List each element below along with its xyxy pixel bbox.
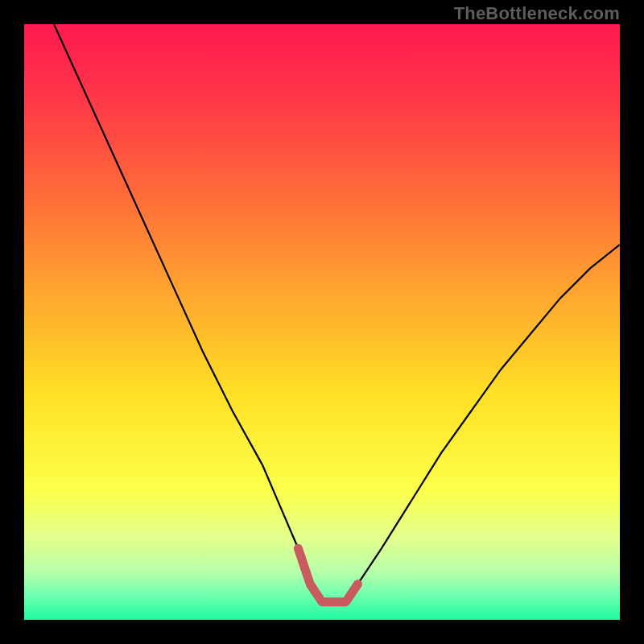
chart-frame: TheBottleneck.com xyxy=(0,0,644,644)
chart-plot-area xyxy=(24,24,620,620)
watermark-label: TheBottleneck.com xyxy=(454,3,620,24)
gradient-background xyxy=(24,24,620,620)
chart-svg xyxy=(24,24,620,620)
